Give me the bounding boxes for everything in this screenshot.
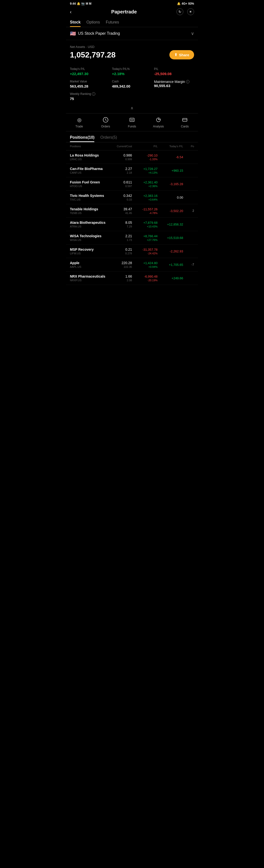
- pl-value: +2,383.16: [132, 194, 158, 197]
- price-cost: 0.597: [106, 185, 132, 188]
- pl-value: +1,424.80: [132, 261, 158, 265]
- price-current: 2.27: [106, 167, 132, 171]
- nav-trade[interactable]: ◎ Trade: [72, 116, 87, 128]
- region-selector[interactable]: 🇺🇸 US Stock Paper Trading ∨: [66, 27, 198, 40]
- net-assets-row: 1,052,797.28 ⬆ Share: [70, 50, 194, 59]
- nav-funds[interactable]: Funds: [125, 116, 139, 128]
- pl-cell: +1,728.27 +4.13%: [132, 167, 158, 174]
- price-current: 0.986: [106, 153, 132, 157]
- stat-maintenance-margin-label: Maintenance Margin: [154, 80, 185, 84]
- col-pl: P/L: [132, 145, 158, 148]
- table-row[interactable]: Apple AAPL.US 220.28 222.36 +1,424.80 +0…: [66, 258, 198, 272]
- table-row[interactable]: Fusion Fuel Green HTOO.US 0.611 0.597 +2…: [66, 177, 198, 191]
- today-pl-value: +12,856.32: [158, 223, 183, 226]
- pl-pct: -20.19%: [132, 279, 158, 282]
- nav-orders[interactable]: Orders: [98, 116, 113, 128]
- stock-ticker: TENB.US: [70, 212, 106, 215]
- info-icon: i: [186, 80, 190, 84]
- stat-market-value: Market Value 563,455.28: [70, 80, 110, 88]
- stat-pl: P/L -25,509.08: [154, 67, 194, 76]
- collapse-row[interactable]: ∧: [66, 105, 198, 113]
- ranking-value: 75: [70, 97, 194, 101]
- pl-value: +8,766.44: [132, 234, 158, 238]
- share-label: Share: [179, 53, 189, 57]
- price-cost: 0.278: [106, 252, 132, 255]
- tab-orders-sub[interactable]: Orders(5): [100, 135, 117, 142]
- positions-tabs: Positions(10) Orders(5): [66, 131, 198, 142]
- price-cost: 41.45: [106, 212, 132, 215]
- main-tabs: Stock Options Futures: [66, 18, 198, 27]
- nav-cards[interactable]: Cards: [177, 116, 192, 128]
- stock-info: WiSA Technologies WISA.US: [70, 234, 106, 241]
- stock-ticker: TIVC.US: [70, 198, 106, 201]
- today-pl-cell: -2,262.93: [158, 249, 183, 253]
- table-row[interactable]: La Rosa Holdings LRHC.US 0.986 0.999 -29…: [66, 150, 198, 164]
- stock-ticker: NRXP.US: [70, 279, 106, 282]
- chevron-down-icon: ∨: [191, 31, 194, 36]
- price-current: 0.611: [106, 180, 132, 184]
- stock-info: Can-Fite BioPharma CANF.US: [70, 167, 106, 174]
- price-cell: 1.66 2.08: [106, 274, 132, 282]
- table-row[interactable]: Tenable Holdings TENB.US 39.47 41.45 -11…: [66, 204, 198, 218]
- price-cell: 0.611 0.597: [106, 180, 132, 188]
- today-pl-value: +249.66: [158, 276, 183, 280]
- stat-maintenance-margin-label-row: Maintenance Margin i: [154, 80, 194, 84]
- pl-cell: +7,879.68 +10.43%: [132, 221, 158, 228]
- pl-cell: -290.10 -1.33%: [132, 154, 158, 161]
- nav-analysis[interactable]: Analysis: [151, 116, 166, 128]
- today-pl-cell: -3,165.28: [158, 182, 183, 186]
- stat-cash-label: Cash: [112, 80, 152, 83]
- today-pl-value: +15,519.68: [158, 236, 183, 240]
- col-po: Po: [183, 145, 194, 148]
- tab-stock[interactable]: Stock: [70, 18, 81, 27]
- table-row[interactable]: Atara Biotherapeutics ATRA.US 8.05 7.29 …: [66, 218, 198, 231]
- share-button[interactable]: ⬆ Share: [169, 50, 194, 59]
- header: ‹ Papertrade ↻ ☀: [66, 6, 198, 18]
- pl-pct: -4.78%: [132, 212, 158, 215]
- stock-info: Tenable Holdings TENB.US: [70, 207, 106, 215]
- stock-ticker: LIFW.US: [70, 252, 106, 255]
- back-button[interactable]: ‹: [70, 9, 72, 15]
- stock-ticker: HTOO.US: [70, 185, 106, 188]
- stat-pl-value: -25,509.08: [154, 72, 194, 76]
- stat-maintenance-margin: Maintenance Margin i 90,555.63: [154, 80, 194, 88]
- price-cost: 0.999: [106, 158, 132, 161]
- refresh-button[interactable]: ↻: [176, 8, 183, 15]
- pl-cell: +2,361.40 +2.36%: [132, 181, 158, 188]
- pl-value: -11,557.26: [132, 208, 158, 211]
- tab-options[interactable]: Options: [87, 18, 100, 27]
- pl-value: -31,357.78: [132, 248, 158, 251]
- today-pl-cell: +960.15: [158, 169, 183, 173]
- net-assets-label: Net Assets · USD: [70, 45, 194, 49]
- today-pl-value: -6.54: [158, 155, 183, 159]
- col-positions: Positions: [70, 145, 106, 148]
- stock-name: La Rosa Holdings: [70, 153, 106, 157]
- today-pl-cell: +12,856.32: [158, 223, 183, 226]
- tab-futures[interactable]: Futures: [106, 18, 119, 27]
- orders-icon: [102, 116, 109, 123]
- today-pl-cell: +249.66: [158, 276, 183, 280]
- col-today-pl: Today's P/L: [158, 145, 183, 148]
- pl-value: +2,361.40: [132, 181, 158, 184]
- last-cell: 2: [183, 209, 194, 213]
- table-row[interactable]: Can-Fite BioPharma CANF.US 2.27 2.18 +1,…: [66, 164, 198, 177]
- stock-ticker: ATRA.US: [70, 225, 106, 228]
- settings-button[interactable]: ☀: [187, 8, 194, 15]
- collapse-icon[interactable]: ∧: [131, 106, 133, 110]
- table-row[interactable]: WiSA Technologies WISA.US 2.21 1.73 +8,7…: [66, 231, 198, 245]
- table-row[interactable]: Tivic Health Systems TIVC.US 0.342 0.33 …: [66, 191, 198, 204]
- table-row[interactable]: NRX Pharmaceuticals NRXP.US 1.66 2.08 -6…: [66, 272, 198, 285]
- stat-pl-label: P/L: [154, 67, 194, 71]
- price-cell: 0.21 0.278: [106, 248, 132, 255]
- alarm-icon: 🔔: [177, 2, 180, 5]
- stock-name: Can-Fite BioPharma: [70, 167, 106, 171]
- tab-positions[interactable]: Positions(10): [70, 135, 94, 142]
- table-row[interactable]: MSP Recovery LIFW.US 0.21 0.278 -31,357.…: [66, 245, 198, 258]
- weekly-ranking-section: Weekly Ranking i 75: [66, 90, 198, 105]
- today-pl-value: -3,502.20: [158, 209, 183, 213]
- stock-info: MSP Recovery LIFW.US: [70, 248, 106, 255]
- price-current: 39.47: [106, 207, 132, 211]
- stat-todays-pl-value: +22,497.30: [70, 72, 110, 76]
- stock-info: Atara Biotherapeutics ATRA.US: [70, 221, 106, 228]
- pl-cell: -6,990.48 -20.19%: [132, 275, 158, 282]
